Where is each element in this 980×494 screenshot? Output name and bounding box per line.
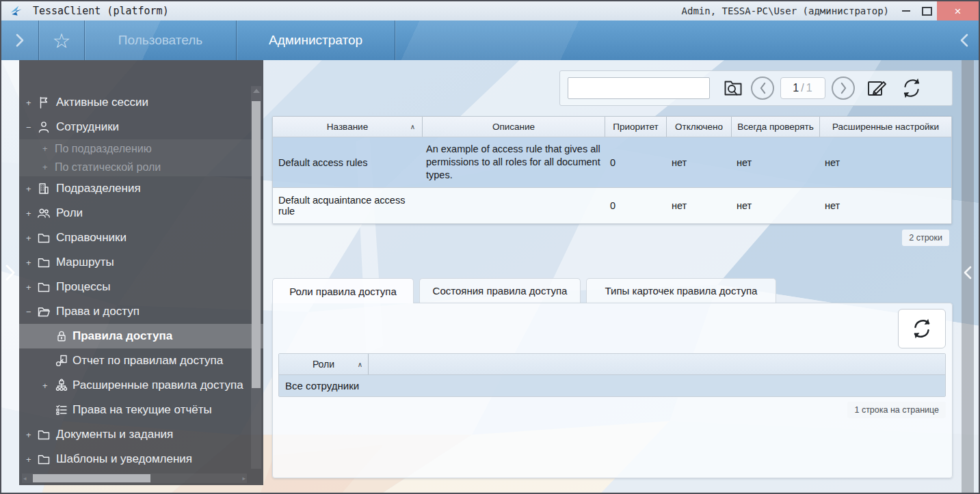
expander-toggle[interactable]: − <box>26 122 31 133</box>
tree-item-label: По статической роли <box>55 161 161 174</box>
expander-toggle[interactable]: + <box>26 184 31 194</box>
tree-item-label: Расширенные правила доступа <box>72 379 243 392</box>
folder-search-icon <box>721 77 745 99</box>
navigation-sidebar: +Активные сессии−Сотрудники+По подраздел… <box>19 60 263 485</box>
tree-item[interactable]: +Документы и задания <box>19 422 263 447</box>
tree-item[interactable]: +Роли <box>19 201 263 225</box>
search-input[interactable] <box>568 77 710 99</box>
sidebar-horizontal-scrollbar[interactable]: ◂ ▸ <box>22 474 247 483</box>
sidebar-vertical-scrollbar[interactable] <box>251 86 261 469</box>
tree-item-label: Процессы <box>56 280 110 294</box>
expander-toggle[interactable]: + <box>42 381 48 391</box>
prev-page-button[interactable] <box>751 77 774 100</box>
sort-asc-icon: ∧ <box>358 361 362 368</box>
ribbon-tab-user[interactable]: Пользователь <box>85 20 236 60</box>
chevron-left-icon <box>963 265 972 280</box>
tree-item[interactable]: +По подразделению <box>19 139 263 158</box>
expander-toggle[interactable]: + <box>26 282 31 292</box>
lock-icon <box>55 329 68 343</box>
edit-button[interactable] <box>865 77 888 99</box>
scroll-right-icon: ▸ <box>242 475 246 482</box>
detail-tab[interactable]: Типы карточек правила доступа <box>586 278 776 303</box>
column-header[interactable]: Отключено <box>666 117 731 137</box>
favorites-button[interactable]: ☆ <box>39 20 84 60</box>
column-header[interactable]: Название∧ <box>273 117 422 137</box>
expander-toggle[interactable]: + <box>26 430 31 440</box>
refresh-button[interactable] <box>899 77 924 100</box>
search-in-folder-button[interactable] <box>721 77 745 99</box>
column-header[interactable]: Всегда проверять <box>731 117 819 137</box>
expander-toggle[interactable]: + <box>42 162 48 172</box>
tree-item[interactable]: +Маршруты <box>19 250 263 275</box>
table-row[interactable]: Default access rulesAn example of access… <box>273 137 951 187</box>
tree-item[interactable]: +Процессы <box>19 275 263 299</box>
user-icon <box>37 120 51 134</box>
detail-tab[interactable]: Роли правила доступа <box>272 278 414 303</box>
content-area: +Активные сессии−Сотрудники+По подраздел… <box>1 60 979 493</box>
close-button[interactable]: × <box>937 1 979 20</box>
tree-item[interactable]: −Сотрудники <box>19 115 263 139</box>
minimize-button[interactable] <box>896 1 916 20</box>
roles-refresh-button[interactable] <box>898 309 946 348</box>
tree-item-label: Права и доступ <box>56 305 140 318</box>
roles-table-body: Все сотрудники <box>279 374 945 396</box>
table-row[interactable]: Default acquaintance access rule0нетнетн… <box>273 187 951 223</box>
horizontal-scroll-thumb[interactable] <box>33 474 150 482</box>
expander-toggle[interactable]: + <box>42 143 48 154</box>
page-separator: / <box>801 82 804 94</box>
expander-toggle[interactable]: + <box>26 208 31 219</box>
title-bar: TessaClient (platform) Admin, TESSA-PC\U… <box>1 1 979 21</box>
expander-toggle[interactable]: + <box>26 98 31 108</box>
edit-pencil-icon <box>865 77 888 99</box>
view-toolbar: 1 / 1 <box>559 70 953 106</box>
folder-open-icon <box>37 305 51 318</box>
column-header-label: Отключено <box>675 122 723 132</box>
tree-item[interactable]: +Справочники <box>19 225 263 250</box>
tree-item[interactable]: +Шаблоны и уведомления <box>19 447 263 471</box>
tree-item[interactable]: +По статической роли <box>19 158 263 176</box>
column-header[interactable]: Описание <box>422 117 605 137</box>
tree-item[interactable]: Правила доступа <box>19 324 263 348</box>
tree-item[interactable]: Права на текущие отчёты <box>19 398 263 422</box>
column-header-label: Описание <box>492 122 535 132</box>
column-header-label: Расширенные настройки <box>832 122 939 132</box>
ribbon-tab-administrator[interactable]: Администратор <box>237 20 395 60</box>
detail-tab[interactable]: Состояния правила доступа <box>419 278 581 303</box>
roles-table-row[interactable]: Все сотрудники <box>279 374 945 396</box>
tree-item[interactable]: +Расширенные правила доступа <box>19 373 263 398</box>
right-panel-strip[interactable] <box>962 60 974 493</box>
next-page-button[interactable] <box>832 77 855 100</box>
tree-item[interactable]: +Активные сессии <box>19 90 263 115</box>
refresh-icon <box>899 77 924 100</box>
tree-item[interactable]: +Подразделения <box>19 176 263 201</box>
folder-icon <box>37 231 51 245</box>
expander-toggle[interactable]: + <box>26 233 31 243</box>
page-total: 1 <box>806 82 813 94</box>
roles-row-count-badge: 1 строка на странице <box>847 402 946 418</box>
tree-item[interactable]: Отчет по правилам доступа <box>19 348 263 373</box>
column-header[interactable]: Расширенные настройки <box>819 117 951 137</box>
tree-item-label: Документы и задания <box>56 428 173 441</box>
tree-item-label: Права на текущие отчёты <box>72 403 212 417</box>
table-cell-disabled: нет <box>666 188 731 223</box>
table-cell-name: Default access rules <box>273 137 422 187</box>
table-body: Default access rulesAn example of access… <box>273 137 951 223</box>
expander-toggle[interactable]: − <box>26 307 31 317</box>
detail-tabs: Роли правила доступаСостояния правила до… <box>272 278 776 303</box>
roles-column-header[interactable]: Роли ∧ <box>279 354 369 374</box>
tree-item-label: Отчет по правилам доступа <box>72 354 223 368</box>
tree-item-label: Справочники <box>56 231 127 245</box>
lock-tree-icon <box>55 379 68 392</box>
ribbon-collapse-right-button[interactable] <box>950 20 979 60</box>
roles-table: Роли ∧ Все сотрудники <box>278 353 946 397</box>
maximize-button[interactable] <box>916 1 937 20</box>
ribbon-expand-left-button[interactable] <box>1 20 38 60</box>
tree-item-label: Подразделения <box>56 182 141 195</box>
sidebar-expand-button[interactable] <box>4 264 16 284</box>
expander-toggle[interactable]: + <box>26 258 31 268</box>
tree-item[interactable]: −Права и доступ <box>19 299 263 324</box>
expander-toggle[interactable]: + <box>26 454 31 465</box>
vertical-scroll-thumb[interactable] <box>252 101 261 388</box>
table-cell-always-check: нет <box>731 188 819 223</box>
column-header[interactable]: Приоритет <box>605 117 666 137</box>
